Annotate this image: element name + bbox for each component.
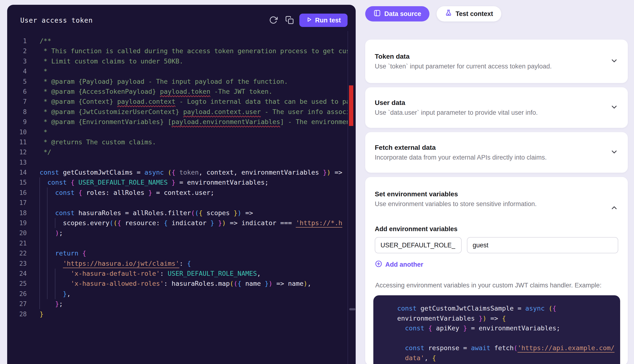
app: User access token [0,0,634,364]
code-line: 20); [7,228,348,238]
code-line: 4 * [7,66,348,76]
line-number: 12 [7,147,27,157]
env-example-intro: Accessing environment variables in your … [375,282,618,289]
code-area[interactable]: 1/**2 * This function is called during t… [7,36,348,319]
code-line: const response = await fetch('https://ap… [384,343,609,353]
code-line: 23'https://hasura.io/jwt/claims': { [7,258,348,268]
code-line: 15const { USER_DEFAULT_ROLE_NAMES } = en… [7,178,348,188]
env-name-input[interactable] [375,237,462,253]
card-description: Incorporate data from your external APIs… [375,154,618,161]
code-line: 2 * This function is called during the a… [7,46,348,56]
line-number: 3 [7,56,27,66]
env-example-code: const getCustomJwtClaimsSample = async (… [373,295,620,364]
line-number: 15 [7,178,27,188]
code-text: * [40,66,48,76]
line-number: 10 [7,127,27,137]
indent-guide [39,178,40,309]
code-text: 'x-hasura-default-role': USER_DEFAULT_RO… [40,268,261,278]
chevron-down-icon[interactable] [610,103,618,112]
play-icon [306,16,313,24]
sidebar-icon [373,9,381,18]
card-token-data[interactable]: Token data Use `token` input parameter f… [365,40,628,83]
code-line: 19scopes.every(({ resource: { indicator … [7,218,348,228]
card-title: User data [375,99,618,106]
line-number: 26 [7,289,27,299]
error-overview-mark [349,86,353,126]
tab-data-source[interactable]: Data source [365,6,429,22]
code-line: 14const getCustomJwtClaims = async ({ to… [7,168,348,178]
line-number: 6 [7,86,27,96]
code-line: 8 * @param {JwtCustomizerUserContext} pa… [7,107,348,117]
code-line: data', { [384,353,609,363]
chevron-down-icon[interactable] [610,57,618,66]
right-panel: Data source Test context Token data Use … [365,0,628,364]
code-text: /** [40,36,51,46]
code-line: 16const { roles: allRoles } = context.us… [7,188,348,198]
line-number: 1 [7,36,27,46]
line-number: 18 [7,208,27,218]
line-number: 22 [7,248,27,258]
code-text: * @param {Payload} payload - The input p… [40,76,288,86]
refresh-icon [269,16,278,25]
code-line [384,333,609,343]
copy-icon [285,16,294,25]
code-line: 7 * @param {Context} payload.context - L… [7,96,348,106]
code-line: 28} [7,309,348,319]
code-text: const { apiKey } = environmentVariables; [397,323,560,333]
code-line: 17 [7,198,348,208]
line-number: 16 [7,188,27,198]
line-number: 25 [7,278,27,288]
line-number: 4 [7,66,27,76]
plus-circle-icon [375,260,382,269]
code-text: 'x-hasura-allowed-roles': hasuraRoles.ma… [40,278,311,288]
indent-guide [47,188,48,299]
code-line: const { apiKey } = environmentVariables; [384,323,609,333]
card-description: Use environment variables to store sensi… [375,200,618,208]
line-number: 7 [7,96,27,106]
line-number: 19 [7,218,27,228]
line-number: 24 [7,268,27,278]
code-text: * This function is called during the acc… [40,46,348,56]
card-title: Set environment variables [375,190,618,198]
env-value-input[interactable] [467,237,618,253]
code-line: 9 * @param {EnvironmentVariables} [paylo… [7,117,348,127]
copy-button[interactable] [283,14,296,27]
code-text: * Limit custom claims to under 50KB. [40,56,183,66]
code-text: return { [40,248,86,258]
line-number: 13 [7,158,27,168]
code-text: * @returns The custom claims. [40,137,156,147]
add-another-button[interactable]: Add another [375,260,423,269]
code-line: 6 * @param {AccessTokenPayload} payload.… [7,86,348,96]
code-line: 5 * @param {Payload} payload - The input… [7,76,348,86]
code-text: const { roles: allRoles } = context.user… [40,188,214,198]
line-number: 5 [7,76,27,86]
card-description: Use `token` input parameter for current … [375,63,618,70]
scrollbar-thumb[interactable] [349,308,355,310]
card-fetch-external-data[interactable]: Fetch external data Incorporate data fro… [365,132,628,173]
env-vars-label: Add environment variables [375,226,618,233]
code-text: const getCustomJwtClaims = async ({ toke… [40,168,342,178]
add-another-label: Add another [385,261,423,268]
card-description: Use `data.user` input parameter to provi… [375,109,618,116]
code-text: const getCustomJwtClaimsSample = async (… [397,304,556,314]
env-vars-row [375,237,618,253]
code-line: 27}; [7,299,348,309]
code-text: * @param {Context} payload.context - Log… [40,96,348,106]
line-number: 17 [7,198,27,208]
refresh-button[interactable] [267,14,280,27]
chevron-down-icon[interactable] [610,148,618,157]
tab-test-context[interactable]: Test context [437,6,501,22]
card-user-data[interactable]: User data Use `data.user` input paramete… [365,87,628,128]
indent-guide [55,218,55,228]
chevron-up-icon[interactable] [610,204,618,213]
scrollbar-track-line [348,31,348,364]
code-line: 3 * Limit custom claims to under 50KB. [7,56,348,66]
code-editor-panel: User access token [7,5,356,364]
card-title: Fetch external data [375,144,618,152]
run-test-button[interactable]: Run test [299,14,348,27]
code-line: 24'x-hasura-default-role': USER_DEFAULT_… [7,268,348,278]
code-text: scopes.every(({ resource: { indicator } … [40,218,342,228]
line-number: 11 [7,137,27,147]
code-line: 11 * @returns The custom claims. [7,137,348,147]
code-line: 10 * [7,127,348,137]
